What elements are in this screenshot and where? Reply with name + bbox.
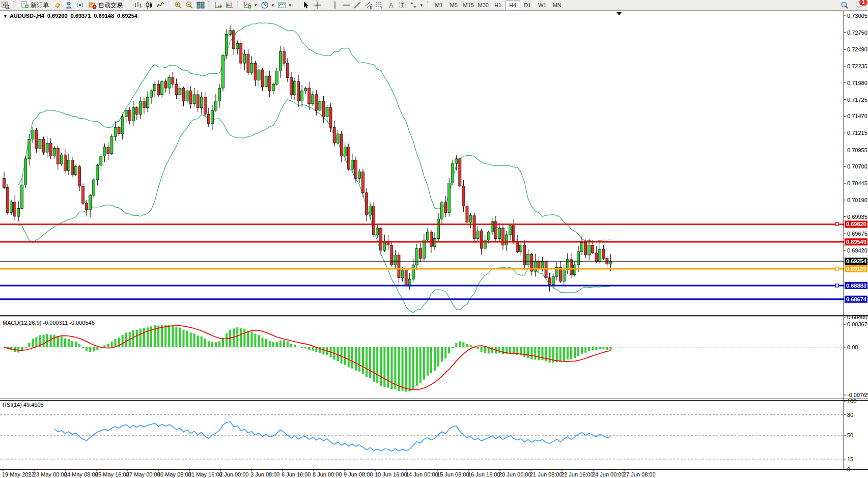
timeframe-m1-button[interactable]: M1 (432, 1, 446, 10)
auto-trading-label: 自动交易 (98, 1, 123, 10)
svg-text:20 Jun 00:00: 20 Jun 00:00 (499, 471, 531, 477)
zoom-in-button[interactable] (173, 1, 184, 10)
timeframe-h4-button[interactable]: H4 (506, 1, 520, 10)
svg-text:0.73005: 0.73005 (847, 13, 867, 19)
svg-text:0.71215: 0.71215 (847, 130, 867, 136)
trendline-tool-button[interactable] (352, 1, 363, 10)
candlestick-icon (145, 1, 153, 9)
dropdown-caret: ▼ (271, 3, 275, 8)
signals-button[interactable] (74, 1, 86, 10)
rsi-name: RSI(14) (3, 402, 22, 408)
timeframe-m15-button[interactable]: M15 (461, 1, 476, 10)
svg-text:3 Jun 08:00: 3 Jun 08:00 (250, 471, 280, 477)
horizontal-line-tool-button[interactable] (341, 1, 352, 10)
arrow-objects-icon (409, 1, 417, 9)
channel-tool-button[interactable]: E (363, 1, 374, 10)
svg-text:0.71470: 0.71470 (847, 113, 867, 119)
arrows-tool-button[interactable]: ▼ (408, 1, 425, 10)
svg-text:22 Jun 16:00: 22 Jun 16:00 (561, 471, 594, 477)
fibonacci-icon: F (376, 1, 384, 9)
text-tool-button[interactable]: A (385, 1, 397, 10)
templates-button[interactable]: ▼ (276, 1, 294, 10)
chart-title[interactable]: ▼AUDUSD-,H40.692000.693710.691480.69254 (3, 13, 137, 19)
svg-text:0.71725: 0.71725 (847, 97, 867, 103)
svg-text:21 Jun 08:00: 21 Jun 08:00 (530, 471, 563, 477)
text-icon: A (387, 1, 395, 9)
timeframe-m30-button[interactable]: M30 (476, 1, 491, 10)
svg-text:24 Jun 00:00: 24 Jun 00:00 (592, 471, 625, 477)
tile-windows-button[interactable] (195, 1, 206, 10)
text-label-icon: T (398, 1, 406, 9)
search-button[interactable] (839, 1, 850, 10)
notifications-button[interactable]: 1 (855, 1, 864, 10)
vertical-line-tool-button[interactable] (329, 1, 341, 10)
crosshair-tool-button[interactable] (312, 1, 323, 10)
svg-text:0: 0 (847, 466, 850, 472)
new-order-button[interactable]: 新订单 (18, 1, 52, 10)
timeframe-w1-button[interactable]: W1 (535, 1, 550, 10)
toolbar-separator (208, 1, 211, 9)
community-button[interactable] (63, 1, 74, 10)
crosshair-icon (313, 1, 321, 9)
svg-text:0.69420: 0.69420 (847, 247, 867, 254)
cursor-tool-button[interactable] (300, 1, 312, 10)
svg-text:27 Jun 08:00: 27 Jun 08:00 (623, 471, 656, 477)
zoom-out-button[interactable] (184, 1, 195, 10)
svg-text:0.70700: 0.70700 (847, 163, 867, 170)
toolbar-separator (128, 1, 131, 9)
chart-shift-marker[interactable] (616, 12, 622, 15)
svg-text:0.70445: 0.70445 (847, 180, 867, 186)
timeframe-m5-button[interactable]: M5 (446, 1, 461, 10)
svg-text:23 May 00:00: 23 May 00:00 (33, 471, 67, 477)
auto-scroll-button[interactable] (213, 1, 224, 10)
clock-icon (261, 1, 269, 9)
rsi-value: 49.4905 (23, 402, 44, 408)
svg-text:27 May 00:00: 27 May 00:00 (126, 471, 160, 477)
time-axis[interactable]: 19 May 202223 May 00:0024 May 08:0025 Ma… (2, 469, 656, 477)
svg-text:0.69675: 0.69675 (847, 231, 867, 237)
notification-badge: 1 (859, 0, 867, 6)
dropdown-caret: ▼ (419, 3, 424, 8)
svg-text:0.72235: 0.72235 (847, 63, 867, 69)
horizontal-levels: 0.698200.695490.691390.688830.686740.692… (0, 220, 867, 302)
chart-canvas[interactable]: 0.698200.695490.691390.688830.686740.692… (0, 0, 868, 478)
new-order-icon (21, 1, 29, 9)
timeframe-mn-button[interactable]: MN (550, 1, 565, 10)
svg-text:24 May 08:00: 24 May 08:00 (64, 471, 98, 477)
bar-chart-mode-button[interactable] (132, 1, 144, 10)
timeframe-h1-button[interactable]: H1 (491, 1, 506, 10)
fibonacci-tool-button[interactable]: F (374, 1, 385, 10)
auto-trading-button[interactable]: 自动交易 (86, 1, 126, 10)
svg-text:16 Jun 16:00: 16 Jun 16:00 (468, 471, 500, 477)
svg-text:A: A (389, 2, 394, 9)
text-label-tool-button[interactable]: T (397, 1, 408, 10)
vertical-line-icon (331, 1, 339, 9)
rsi-indicator-label: RSI(14) 49.4905 (3, 402, 44, 408)
indicators-button[interactable]: ▼ (242, 1, 259, 10)
svg-text:9 Jun 08:00: 9 Jun 08:00 (344, 471, 373, 477)
horizontal-line-icon (342, 1, 350, 9)
toolbar-separator (13, 1, 16, 9)
svg-text:T: T (401, 3, 404, 8)
svg-text:19 May 2022: 19 May 2022 (2, 471, 35, 477)
chart-dropdown-arrow-icon[interactable]: ▼ (3, 14, 8, 19)
candlestick-mode-button[interactable] (144, 1, 155, 10)
signal-icon (76, 1, 84, 9)
chart-window-button[interactable] (0, 1, 11, 10)
svg-text:100: 100 (847, 398, 856, 404)
svg-text:0.68883: 0.68883 (846, 283, 866, 289)
svg-text:0.68400: 0.68400 (847, 314, 867, 320)
chart-shift-button[interactable] (224, 1, 235, 10)
timeframe-d1-button[interactable]: D1 (520, 1, 535, 10)
svg-text:25 May 16:00: 25 May 16:00 (95, 471, 129, 477)
bar-chart-icon (134, 1, 142, 9)
line-chart-mode-button[interactable] (155, 1, 166, 10)
periods-button[interactable]: ▼ (259, 1, 276, 10)
chart-window-icon (2, 1, 10, 9)
high-value: 0.69371 (71, 13, 91, 19)
metaeditor-button[interactable] (52, 1, 63, 10)
svg-text:10 Jun 16:00: 10 Jun 16:00 (375, 471, 407, 477)
macd-name: MACD(12,26,9) (3, 320, 41, 326)
chart-shift-icon (226, 1, 234, 9)
dropdown-caret: ▼ (254, 3, 258, 8)
